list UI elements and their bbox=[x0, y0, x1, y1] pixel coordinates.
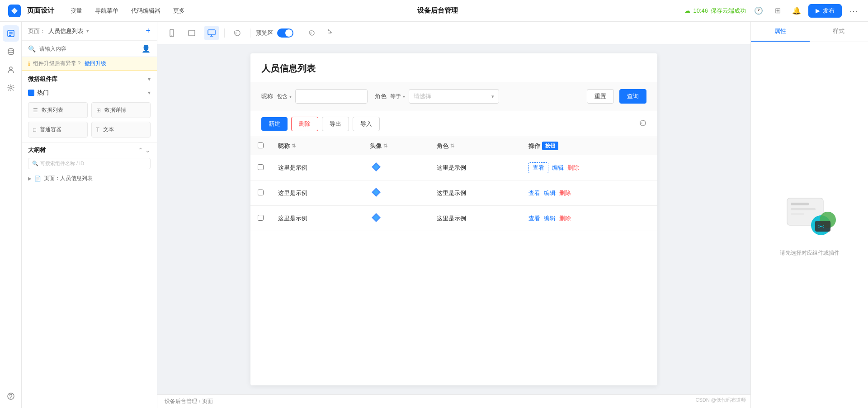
table-checkbox-header bbox=[250, 137, 271, 155]
row3-op-btns: 查看 编辑 删除 bbox=[528, 214, 650, 223]
role-select-chevron-icon: ▾ bbox=[491, 94, 494, 100]
row1-edit-btn[interactable]: 编辑 bbox=[552, 164, 564, 172]
desktop-view-icon[interactable] bbox=[204, 26, 219, 40]
component-data-detail[interactable]: ⊞ 数据详情 bbox=[91, 102, 151, 118]
upgrade-link[interactable]: 撤回升级 bbox=[85, 60, 106, 67]
col-sort-avatar: 头像 ⇅ bbox=[370, 142, 422, 150]
row3-checkbox-cell bbox=[250, 206, 271, 231]
role-filter-label: 角色 bbox=[375, 92, 387, 100]
row2-view-btn[interactable]: 查看 bbox=[528, 189, 540, 197]
upgrade-notice: ℹ 组件升级后有异常？ 撤回升级 bbox=[22, 57, 157, 71]
outline-search-icon: 🔍 bbox=[32, 161, 38, 166]
select-all-checkbox[interactable] bbox=[258, 142, 264, 148]
outline-header: 大纲树 ⌃ ⌄ bbox=[28, 146, 151, 154]
row2-checkbox[interactable] bbox=[258, 190, 264, 195]
nav-code-editor[interactable]: 代码编辑器 bbox=[126, 4, 166, 18]
row3-avatar-icon bbox=[370, 211, 382, 224]
bell-icon[interactable]: 🔔 bbox=[789, 4, 804, 18]
row3-edit-btn[interactable]: 编辑 bbox=[544, 214, 556, 223]
role-filter-select[interactable]: 请选择 ▾ bbox=[409, 89, 499, 104]
sort-avatar-icon[interactable]: ⇅ bbox=[383, 143, 387, 149]
svg-rect-3 bbox=[9, 33, 13, 34]
canvas-scroll[interactable]: 人员信息列表 昵称 包含 ▾ 角色 bbox=[157, 44, 750, 394]
row2-delete-btn[interactable]: 删除 bbox=[559, 189, 571, 197]
search-input[interactable] bbox=[39, 46, 138, 52]
placeholder-illustration: >< bbox=[783, 194, 837, 240]
undo-icon[interactable] bbox=[305, 26, 319, 40]
row3-view-btn[interactable]: 查看 bbox=[528, 214, 540, 223]
new-button[interactable]: 新建 bbox=[261, 117, 288, 131]
component-data-list[interactable]: ☰ 数据列表 bbox=[28, 102, 88, 118]
page-dropdown-icon[interactable]: ▾ bbox=[86, 28, 89, 34]
library-section-header: 微搭组件库 ▾ bbox=[22, 71, 157, 86]
row1-delete-btn[interactable]: 删除 bbox=[567, 164, 579, 172]
svg-point-10 bbox=[171, 35, 172, 36]
table-row: 这里是示例 这里是示 bbox=[250, 155, 657, 180]
rail-data-icon[interactable] bbox=[3, 43, 19, 60]
outline-item-page[interactable]: ▶ 📄 页面：人员信息列表 bbox=[28, 173, 151, 184]
row1-role: 这里是示例 bbox=[429, 155, 521, 180]
row3-checkbox[interactable] bbox=[258, 215, 264, 221]
row3-ops: 查看 编辑 删除 bbox=[521, 206, 657, 231]
add-page-icon[interactable]: + bbox=[146, 26, 151, 36]
outline-search-placeholder: 可搜索组件名称 / ID bbox=[40, 160, 84, 167]
outline-search[interactable]: 🔍 可搜索组件名称 / ID bbox=[28, 158, 151, 169]
user-search-icon[interactable]: 👤 bbox=[142, 44, 151, 53]
refresh-page-icon[interactable] bbox=[230, 26, 245, 40]
export-button[interactable]: 导出 bbox=[322, 117, 349, 131]
rail-help-icon[interactable] bbox=[3, 388, 19, 404]
history-icon[interactable]: 🕐 bbox=[751, 4, 766, 18]
role-filter-op[interactable]: 等于 ▾ bbox=[390, 93, 405, 100]
rail-settings-icon[interactable] bbox=[3, 80, 19, 96]
nickname-filter-input[interactable] bbox=[295, 89, 368, 104]
search-button[interactable]: 查询 bbox=[619, 89, 646, 104]
table-refresh-icon[interactable] bbox=[639, 119, 646, 128]
publish-label: 发布 bbox=[823, 7, 835, 15]
app-title: 页面设计 bbox=[27, 6, 54, 15]
sort-nickname-icon[interactable]: ⇅ bbox=[292, 143, 296, 149]
outline-collapse-icon[interactable]: ⌄ bbox=[145, 147, 151, 154]
mobile-view-icon[interactable] bbox=[165, 26, 179, 40]
row3-delete-btn[interactable]: 删除 bbox=[559, 214, 571, 223]
preview-switch[interactable] bbox=[277, 28, 293, 38]
redo-icon[interactable] bbox=[321, 26, 335, 40]
outline-section: 大纲树 ⌃ ⌄ 🔍 可搜索组件名称 / ID ▶ 📄 页面：人员信息列表 bbox=[22, 142, 157, 188]
tablet-view-icon[interactable] bbox=[184, 26, 199, 40]
tab-properties[interactable]: 属性 bbox=[751, 22, 810, 42]
nav-variables[interactable]: 变量 bbox=[65, 4, 88, 18]
hot-toggle-icon[interactable]: ▾ bbox=[148, 90, 151, 96]
topbar: 页面设计 变量 导航菜单 代码编辑器 更多 设备后台管理 ☁ 10:46 保存云… bbox=[0, 0, 868, 22]
sort-role-icon[interactable]: ⇅ bbox=[450, 143, 454, 149]
row3-avatar bbox=[363, 206, 429, 231]
search-icon: 🔍 bbox=[28, 45, 36, 52]
publish-button[interactable]: ▶ 发布 bbox=[808, 4, 842, 18]
svg-point-7 bbox=[9, 87, 12, 89]
library-toggle-icon[interactable]: ▾ bbox=[148, 76, 151, 82]
more-button[interactable]: ⋯ bbox=[846, 4, 861, 18]
component-container[interactable]: □ 普通容器 bbox=[28, 122, 88, 138]
nav-nav-menu[interactable]: 导航菜单 bbox=[90, 4, 124, 18]
outline-controls: ⌃ ⌄ bbox=[138, 147, 151, 154]
row2-nickname: 这里是示例 bbox=[271, 180, 363, 206]
reset-button[interactable]: 重置 bbox=[587, 89, 614, 104]
rail-pages-icon[interactable] bbox=[3, 25, 19, 42]
csdn-watermark: CSDN @低代码布道师 bbox=[696, 397, 746, 403]
app-logo bbox=[7, 4, 22, 18]
text-label: 文本 bbox=[103, 126, 114, 133]
nickname-filter: 昵称 包含 ▾ bbox=[261, 89, 368, 104]
tab-styles[interactable]: 样式 bbox=[810, 22, 868, 42]
outline-expand-icon[interactable]: ⌃ bbox=[138, 147, 143, 154]
component-text[interactable]: T 文本 bbox=[91, 122, 151, 138]
nav-more[interactable]: 更多 bbox=[168, 4, 190, 18]
import-button[interactable]: 导入 bbox=[353, 117, 380, 131]
row2-edit-btn[interactable]: 编辑 bbox=[544, 189, 556, 197]
top-nav: 变量 导航菜单 代码编辑器 更多 bbox=[65, 4, 190, 18]
row1-checkbox[interactable] bbox=[258, 164, 264, 170]
rail-users-icon[interactable] bbox=[3, 62, 19, 78]
row1-ops: 查看 编辑 删除 bbox=[521, 155, 657, 180]
save-icon[interactable]: ⊞ bbox=[770, 4, 785, 18]
nickname-filter-op[interactable]: 包含 ▾ bbox=[277, 93, 292, 100]
row1-view-btn[interactable]: 查看 bbox=[528, 162, 548, 173]
delete-button[interactable]: 删除 bbox=[291, 117, 318, 131]
row3-nickname: 这里是示例 bbox=[271, 206, 363, 231]
